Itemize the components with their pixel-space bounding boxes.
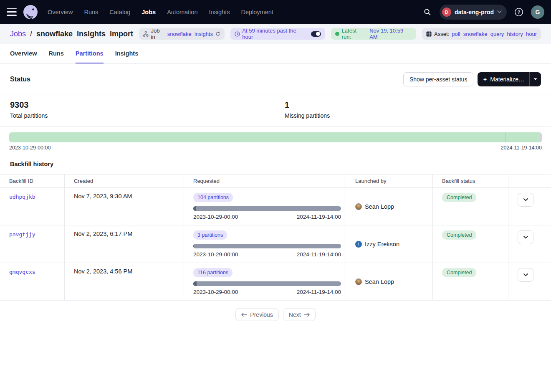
refresh-icon[interactable] bbox=[215, 31, 220, 36]
user-avatar[interactable]: G bbox=[531, 5, 544, 19]
menu-icon[interactable] bbox=[7, 8, 17, 16]
table-row: pavgtjjy Nov 2, 2023, 6:17 PM 3 partitio… bbox=[0, 225, 551, 263]
backfill-range-end: 2024-11-19-14:00 bbox=[297, 214, 341, 220]
table-row: udhpqjkb Nov 7, 2023, 9:30 AM 104 partit… bbox=[0, 188, 551, 225]
range-start-label: 2023-10-29-00:00 bbox=[9, 145, 51, 151]
arrow-left-icon bbox=[241, 313, 247, 317]
nav-item-deployment[interactable]: Deployment bbox=[241, 9, 273, 15]
status-title: Status bbox=[10, 76, 30, 83]
dagster-logo-icon[interactable] bbox=[23, 4, 38, 20]
asset-prefix: Asset: bbox=[434, 31, 449, 37]
partition-status-bar[interactable] bbox=[9, 132, 542, 142]
table-header: Backfill ID Created Requested Launched b… bbox=[0, 174, 551, 188]
tab-insights[interactable]: Insights bbox=[115, 45, 139, 63]
backfill-status-badge: Completed bbox=[442, 193, 476, 202]
row-actions-button[interactable] bbox=[518, 193, 533, 207]
backfill-history-title: Backfill history bbox=[0, 151, 551, 174]
chevron-down-icon bbox=[523, 198, 528, 201]
asset-link[interactable]: poll_snowflake_query_history_hour bbox=[452, 31, 537, 37]
clock-icon bbox=[235, 31, 240, 37]
created-cell: Nov 2, 2023, 6:17 PM bbox=[65, 225, 184, 263]
range-end-label: 2024-11-19-14:00 bbox=[501, 145, 542, 151]
latest-run-link[interactable]: Nov 19, 10:59 AM bbox=[369, 28, 412, 40]
breadcrumb-row: Jobs / snowflake_insights_import Job in … bbox=[0, 24, 551, 44]
workspace-name: data-eng-prod bbox=[455, 9, 494, 15]
launched-by-cell: i Izzy Erekson bbox=[346, 225, 433, 263]
schedule-badge: At 59 minutes past the hour bbox=[230, 28, 325, 40]
backfill-status-badge: Completed bbox=[442, 268, 476, 277]
tab-runs[interactable]: Runs bbox=[49, 45, 64, 63]
partitions-count-pill[interactable]: 3 partitions bbox=[193, 230, 227, 240]
materialize-dropdown-button[interactable] bbox=[529, 72, 541, 86]
pagination: Previous Next bbox=[0, 301, 551, 329]
materialize-button[interactable]: ✦ Materialize… bbox=[478, 76, 529, 83]
partition-counts: 9303 Total partitions 1 Missing partitio… bbox=[0, 94, 551, 127]
schedule-label: At 59 minutes past the hour bbox=[242, 28, 308, 40]
backfill-history-table: Backfill ID Created Requested Launched b… bbox=[0, 174, 551, 301]
tab-overview[interactable]: Overview bbox=[10, 45, 37, 63]
materialize-button-group: ✦ Materialize… bbox=[478, 72, 541, 86]
workspace-selector[interactable]: D data-eng-prod bbox=[440, 5, 507, 20]
asset-grid-icon bbox=[426, 31, 432, 37]
backfill-range-end: 2024-11-19-14:00 bbox=[297, 251, 341, 258]
arrow-right-icon bbox=[304, 313, 310, 317]
workspace-badge: D bbox=[442, 8, 451, 17]
backfill-range-fill bbox=[193, 281, 197, 286]
job-location-badge: Job in snowflake_insights bbox=[139, 28, 224, 40]
previous-page-button[interactable]: Previous bbox=[235, 308, 278, 321]
created-cell: Nov 7, 2023, 9:30 AM bbox=[65, 188, 184, 225]
backfill-id-link[interactable]: gmqvgcxs bbox=[9, 269, 35, 275]
schedule-toggle[interactable] bbox=[311, 31, 321, 37]
sparkle-icon: ✦ bbox=[483, 76, 487, 83]
nav-item-insights[interactable]: Insights bbox=[209, 9, 230, 15]
search-icon[interactable] bbox=[420, 5, 435, 19]
chevron-down-icon bbox=[523, 273, 528, 276]
previous-label: Previous bbox=[250, 311, 273, 318]
launched-by-name: Sean Lopp bbox=[365, 203, 394, 210]
backfill-range-fill bbox=[193, 244, 194, 248]
nav-right: D data-eng-prod ? G bbox=[420, 5, 544, 20]
chevron-down-icon bbox=[523, 236, 528, 239]
next-page-button[interactable]: Next bbox=[283, 308, 316, 321]
requested-cell: 116 partitions 2023-10-29-00:00 2024-11-… bbox=[184, 263, 346, 300]
help-icon[interactable]: ? bbox=[512, 5, 526, 19]
tab-partitions[interactable]: Partitions bbox=[76, 45, 104, 63]
run-status-dot bbox=[335, 32, 339, 36]
user-photo-avatar bbox=[355, 278, 362, 285]
page-title: snowflake_insights_import bbox=[36, 30, 133, 38]
partition-status-bar-section: 2023-10-29-00:00 2024-11-19-14:00 bbox=[0, 127, 551, 151]
col-backfill-status: Backfill status bbox=[433, 175, 508, 187]
user-photo-avatar bbox=[355, 203, 362, 210]
row-actions-button[interactable] bbox=[518, 230, 533, 244]
show-per-asset-status-button[interactable]: Show per-asset status bbox=[403, 72, 474, 86]
nav-item-jobs[interactable]: Jobs bbox=[142, 9, 156, 15]
row-actions-button[interactable] bbox=[518, 268, 533, 282]
total-partitions-value: 9303 bbox=[10, 100, 267, 110]
missing-partition-segment bbox=[540, 132, 542, 142]
nav-item-overview[interactable]: Overview bbox=[48, 9, 73, 15]
breadcrumb-jobs-link[interactable]: Jobs bbox=[10, 30, 26, 38]
job-tabs: Overview Runs Partitions Insights bbox=[0, 44, 551, 64]
missing-partitions-cell: 1 Missing partitions bbox=[277, 94, 551, 126]
nav-item-catalog[interactable]: Catalog bbox=[109, 9, 130, 15]
partitions-count-pill[interactable]: 104 partitions bbox=[193, 193, 233, 202]
breadcrumb-separator: / bbox=[30, 30, 32, 38]
backfill-id-link[interactable]: udhpqjkb bbox=[9, 194, 35, 200]
job-location-link[interactable]: snowflake_insights bbox=[167, 31, 213, 37]
chevron-down-icon bbox=[497, 10, 502, 13]
backfill-id-link[interactable]: pavgtjjy bbox=[9, 231, 35, 238]
nav-item-runs[interactable]: Runs bbox=[84, 9, 98, 15]
nav-item-automation[interactable]: Automation bbox=[167, 9, 197, 15]
col-launched-by: Launched by bbox=[346, 175, 433, 187]
requested-cell: 104 partitions 2023-10-29-00:00 2024-11-… bbox=[184, 188, 346, 225]
asset-badge: Asset: poll_snowflake_query_history_hour bbox=[422, 28, 541, 40]
materialize-label: Materialize… bbox=[490, 76, 524, 83]
partition-bar-divider bbox=[505, 132, 506, 142]
launched-by-cell: Sean Lopp bbox=[346, 263, 433, 300]
table-row: gmqvgcxs Nov 2, 2023, 4:56 PM 116 partit… bbox=[0, 263, 551, 301]
launched-by-name: Izzy Erekson bbox=[365, 241, 399, 248]
partitions-count-pill[interactable]: 116 partitions bbox=[193, 268, 233, 277]
col-requested: Requested bbox=[184, 175, 346, 187]
job-location-prefix: Job in bbox=[151, 28, 165, 40]
status-header: Status Show per-asset status ✦ Materiali… bbox=[0, 64, 551, 94]
